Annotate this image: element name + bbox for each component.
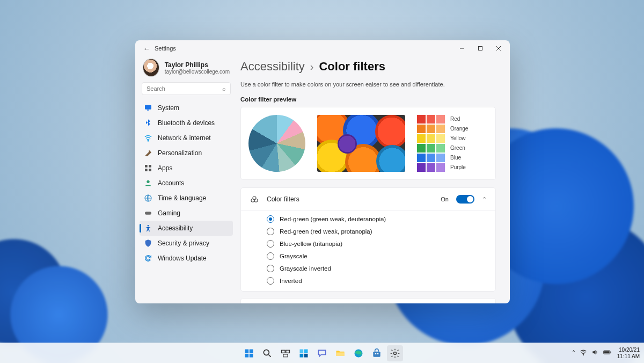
filter-option-label: Blue-yellow (tritanopia) xyxy=(280,241,342,247)
svg-rect-24 xyxy=(282,350,286,353)
chevron-right-icon: › xyxy=(310,61,314,73)
svg-point-16 xyxy=(251,199,254,202)
preview-section-label: Color filter preview xyxy=(240,96,496,103)
svg-rect-28 xyxy=(304,349,308,353)
filter-option-label: Grayscale xyxy=(280,253,308,259)
clock[interactable]: 10/20/21 11:11 AM xyxy=(617,347,640,360)
palette-swatch xyxy=(417,125,426,133)
color-filters-toggle[interactable] xyxy=(456,195,474,204)
svg-point-22 xyxy=(264,350,269,355)
filter-option[interactable]: Blue-yellow (tritanopia) xyxy=(267,240,487,248)
svg-rect-33 xyxy=(373,351,380,357)
breadcrumb-parent[interactable]: Accessibility xyxy=(240,60,305,74)
svg-rect-10 xyxy=(149,169,151,171)
profile-email: taylor@bellowscollege.com xyxy=(165,69,230,75)
radio-button[interactable] xyxy=(267,252,274,260)
palette-swatch xyxy=(417,115,426,124)
svg-rect-27 xyxy=(300,349,304,353)
content: Accessibility › Color filters Use a colo… xyxy=(237,56,510,303)
svg-rect-31 xyxy=(336,352,345,356)
sidebar-item-windows-update[interactable]: Windows Update xyxy=(140,251,233,266)
sidebar-item-accessibility[interactable]: Accessibility xyxy=(140,221,233,236)
radio-button[interactable] xyxy=(267,228,274,235)
store-button[interactable] xyxy=(369,345,385,361)
sidebar-item-network-internet[interactable]: Network & internet xyxy=(140,130,233,146)
svg-rect-30 xyxy=(304,353,308,357)
radio-button[interactable] xyxy=(267,240,274,248)
pie-chart-preview xyxy=(248,115,305,172)
search-icon: ⌕ xyxy=(222,85,226,92)
edge-button[interactable] xyxy=(350,345,367,361)
chat-button[interactable] xyxy=(314,345,330,361)
radio-button[interactable] xyxy=(267,215,274,223)
svg-point-17 xyxy=(254,199,258,202)
filter-option[interactable]: Grayscale inverted xyxy=(267,265,487,272)
filter-option-label: Red-green (green weak, deuteranopia) xyxy=(280,216,386,222)
palette-swatch xyxy=(427,163,435,172)
filter-option[interactable]: Red-green (red weak, protanopia) xyxy=(267,228,487,235)
monitor-icon xyxy=(144,104,152,112)
maximize-button[interactable] xyxy=(471,40,489,56)
sidebar-item-gaming[interactable]: Gaming xyxy=(140,206,233,221)
svg-rect-34 xyxy=(375,353,377,354)
taskbar-search-button[interactable] xyxy=(259,345,275,361)
palette-label: Blue xyxy=(450,154,468,162)
minimize-button[interactable] xyxy=(453,40,471,56)
svg-rect-1 xyxy=(479,47,482,50)
svg-point-14 xyxy=(148,225,149,227)
svg-line-23 xyxy=(269,354,271,357)
palette-swatch xyxy=(436,163,445,172)
search-box[interactable]: ⌕ xyxy=(142,82,231,95)
svg-rect-20 xyxy=(245,353,249,357)
profile[interactable]: Taylor Phillips taylor@bellowscollege.co… xyxy=(140,56,233,82)
keyboard-shortcut-row[interactable]: Keyboard shortcut for color filters Off xyxy=(241,299,495,303)
color-filters-row[interactable]: Color filters On ⌃ xyxy=(241,188,495,211)
chevron-up-icon[interactable]: ⌃ xyxy=(482,196,487,203)
sidebar-item-bluetooth-devices[interactable]: Bluetooth & devices xyxy=(140,115,233,130)
sidebar-item-label: Bluetooth & devices xyxy=(158,119,215,127)
sidebar-item-apps[interactable]: Apps xyxy=(140,161,233,176)
sidebar-item-label: Gaming xyxy=(158,209,180,217)
start-button[interactable] xyxy=(241,345,257,361)
shield-icon xyxy=(144,239,152,248)
sidebar-item-system[interactable]: System xyxy=(140,100,233,115)
filter-option-label: Grayscale inverted xyxy=(280,265,331,272)
sidebar-item-label: Apps xyxy=(158,164,172,172)
volume-tray-icon[interactable] xyxy=(591,349,599,358)
sidebar-item-label: Accessibility xyxy=(158,224,193,232)
filter-option[interactable]: Inverted xyxy=(267,277,487,285)
filter-option[interactable]: Red-green (green weak, deuteranopia) xyxy=(267,215,487,223)
wifi-tray-icon[interactable] xyxy=(580,349,587,358)
sidebar-item-label: System xyxy=(158,104,179,112)
sidebar-item-time-language[interactable]: Time & language xyxy=(140,191,233,206)
color-filter-icon xyxy=(250,194,259,204)
svg-rect-8 xyxy=(149,165,151,168)
palette-swatch xyxy=(427,125,435,133)
sidebar-item-personalization[interactable]: Personalization xyxy=(140,146,233,161)
search-input[interactable] xyxy=(147,85,222,92)
filter-option[interactable]: Grayscale xyxy=(267,252,487,260)
tray-time: 11:11 AM xyxy=(617,353,640,360)
battery-tray-icon[interactable] xyxy=(603,349,612,358)
svg-rect-13 xyxy=(145,212,151,214)
svg-rect-5 xyxy=(147,110,149,110)
palette-label: Yellow xyxy=(450,134,468,143)
sidebar-item-security-privacy[interactable]: Security & privacy xyxy=(140,236,233,251)
widgets-button[interactable] xyxy=(296,345,312,361)
back-button[interactable]: ← xyxy=(141,45,152,53)
radio-button[interactable] xyxy=(267,265,274,272)
radio-button[interactable] xyxy=(267,277,274,285)
svg-rect-18 xyxy=(245,349,249,353)
settings-taskbar-button[interactable] xyxy=(387,345,403,361)
color-filters-state: On xyxy=(441,196,449,202)
file-explorer-button[interactable] xyxy=(332,345,348,361)
close-button[interactable] xyxy=(489,40,508,56)
palette-swatch xyxy=(417,134,426,143)
svg-rect-40 xyxy=(604,351,610,353)
palette-swatch xyxy=(427,144,435,153)
accessibility-icon xyxy=(144,224,152,233)
tray-chevron-up-icon[interactable]: ˄ xyxy=(572,350,575,357)
task-view-button[interactable] xyxy=(277,345,294,361)
globe-clock-icon xyxy=(144,194,152,202)
sidebar-item-accounts[interactable]: Accounts xyxy=(140,176,233,191)
